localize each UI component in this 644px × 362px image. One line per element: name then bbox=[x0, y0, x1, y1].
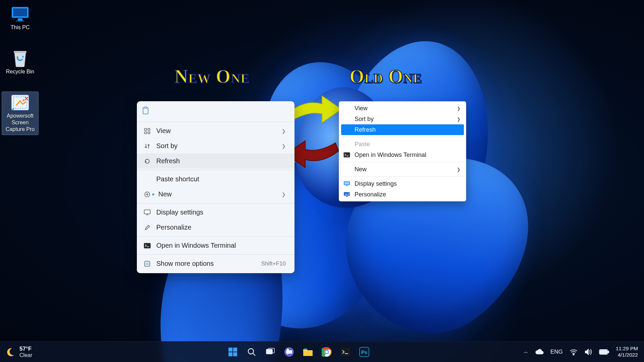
svg-rect-4 bbox=[14, 51, 26, 53]
menu-separator bbox=[342, 137, 463, 137]
old-menu-item-display-settings[interactable]: Display settings bbox=[341, 178, 464, 189]
svg-rect-27 bbox=[233, 352, 237, 356]
menu-item-shortcut: Shift+F10 bbox=[261, 260, 288, 267]
menu-item-label: Refresh bbox=[156, 157, 288, 165]
screenshot-app-icon bbox=[10, 95, 30, 111]
menu-separator bbox=[137, 236, 294, 237]
terminal-app-button[interactable] bbox=[340, 346, 351, 358]
menu-separator bbox=[137, 170, 294, 170]
menu-item-label: Personalize bbox=[156, 224, 288, 231]
old-menu-item-open-terminal[interactable]: Open in Windows Terminal bbox=[341, 149, 464, 160]
menu-item-new[interactable]: New ❯ bbox=[137, 187, 294, 202]
menu-item-refresh[interactable]: Refresh bbox=[137, 154, 294, 169]
svg-point-41 bbox=[573, 354, 574, 355]
desktop-icon-apowersoft[interactable]: Apowersoft Screen Capture Pro bbox=[2, 92, 38, 135]
menu-item-label: Display settings bbox=[156, 208, 288, 216]
search-button[interactable] bbox=[246, 346, 257, 358]
svg-point-13 bbox=[148, 131, 150, 133]
blank-icon bbox=[343, 105, 351, 112]
chevron-right-icon: ❯ bbox=[457, 167, 461, 172]
chevron-right-icon: ❯ bbox=[282, 143, 288, 149]
clipboard-icon[interactable] bbox=[142, 107, 149, 115]
wifi-icon[interactable] bbox=[570, 349, 578, 355]
clock-date: 4/1/2022 bbox=[616, 352, 638, 358]
context-menu-old: View ❯ Sort by ❯ Refresh Paste Open in W… bbox=[339, 101, 466, 201]
volume-icon[interactable] bbox=[584, 349, 592, 355]
svg-rect-18 bbox=[344, 153, 350, 158]
desktop-icon-label: Apowersoft Screen Capture Pro bbox=[3, 113, 38, 133]
svg-point-28 bbox=[248, 349, 254, 354]
menu-item-view[interactable]: View ❯ bbox=[137, 123, 294, 138]
old-menu-item-paste: Paste bbox=[341, 139, 464, 149]
weather-condition: Clear bbox=[19, 352, 32, 358]
battery-icon[interactable] bbox=[599, 349, 609, 355]
menu-separator bbox=[137, 203, 294, 203]
svg-rect-12 bbox=[145, 132, 147, 134]
clock-time: 11:29 PM bbox=[616, 346, 638, 352]
svg-rect-8 bbox=[143, 108, 148, 114]
terminal-icon bbox=[144, 242, 151, 249]
chevron-right-icon: ❯ bbox=[457, 117, 461, 122]
menu-separator bbox=[137, 254, 294, 255]
blank-icon bbox=[343, 115, 351, 123]
start-button[interactable] bbox=[227, 346, 238, 358]
old-menu-item-personalize[interactable]: Personalize bbox=[341, 189, 464, 200]
menu-item-show-more[interactable]: Show more options Shift+F10 bbox=[137, 256, 294, 271]
old-menu-item-new[interactable]: New ❯ bbox=[341, 164, 464, 175]
terminal-icon bbox=[343, 151, 351, 159]
blank-icon bbox=[343, 140, 351, 148]
menu-item-paste-shortcut[interactable]: Paste shortcut bbox=[137, 172, 294, 187]
menu-item-open-terminal[interactable]: Open in Windows Terminal bbox=[137, 238, 294, 253]
more-options-icon bbox=[144, 260, 151, 267]
old-menu-item-view[interactable]: View ❯ bbox=[341, 103, 464, 114]
menu-item-label: Display settings bbox=[355, 180, 461, 187]
brush-icon bbox=[144, 224, 151, 231]
desktop-icon-recycle-bin[interactable]: Recycle Bin bbox=[2, 48, 38, 77]
menu-item-sort-by[interactable]: Sort by ❯ bbox=[137, 138, 294, 154]
chevron-right-icon: ❯ bbox=[282, 128, 288, 134]
menu-item-label: Personalize bbox=[355, 191, 461, 198]
context-menu-new: View ❯ Sort by ❯ Refresh Paste shortcut … bbox=[137, 101, 294, 273]
refresh-icon bbox=[144, 158, 151, 165]
desktop-icon-this-pc[interactable]: This PC bbox=[2, 3, 38, 33]
task-view-button[interactable] bbox=[265, 346, 276, 358]
menu-item-label: Open in Windows Terminal bbox=[355, 152, 461, 159]
svg-point-32 bbox=[287, 349, 289, 351]
display-color-icon bbox=[343, 180, 351, 187]
old-menu-item-sort-by[interactable]: Sort by ❯ bbox=[341, 114, 464, 124]
svg-rect-2 bbox=[18, 18, 22, 20]
menu-item-label: Refresh bbox=[355, 126, 461, 133]
menu-item-label: New bbox=[355, 166, 453, 173]
menu-item-personalize[interactable]: Personalize bbox=[137, 220, 294, 235]
svg-rect-9 bbox=[144, 107, 147, 108]
tray-chevron-icon[interactable]: ︿ bbox=[524, 349, 528, 355]
menu-item-display-settings[interactable]: Display settings bbox=[137, 205, 294, 220]
monitor-icon bbox=[10, 6, 30, 22]
taskbar-weather[interactable]: 57°F Clear bbox=[0, 346, 101, 358]
svg-text:Ps: Ps bbox=[361, 349, 367, 355]
svg-rect-11 bbox=[148, 128, 150, 130]
desktop-wallpaper bbox=[0, 0, 644, 362]
photoshop-button[interactable]: Ps bbox=[359, 346, 370, 358]
chrome-button[interactable] bbox=[321, 346, 332, 358]
onedrive-icon[interactable] bbox=[535, 349, 544, 355]
taskbar-clock[interactable]: 11:29 PM 4/1/2022 bbox=[616, 346, 638, 358]
teams-chat-button[interactable] bbox=[283, 346, 295, 358]
file-explorer-button[interactable] bbox=[302, 346, 314, 358]
menu-item-label: Paste shortcut bbox=[156, 175, 288, 183]
svg-rect-23 bbox=[346, 196, 348, 197]
svg-point-7 bbox=[22, 99, 24, 101]
svg-rect-38 bbox=[341, 348, 350, 356]
blank-icon bbox=[144, 176, 151, 183]
desktop-icon-label: Recycle Bin bbox=[3, 68, 38, 75]
menu-item-label: Sort by bbox=[156, 142, 276, 150]
svg-rect-15 bbox=[144, 210, 150, 214]
svg-rect-10 bbox=[145, 128, 147, 130]
svg-rect-25 bbox=[233, 348, 237, 352]
svg-rect-33 bbox=[303, 351, 313, 356]
svg-rect-34 bbox=[304, 349, 307, 350]
menu-item-label: Paste bbox=[355, 141, 461, 148]
language-indicator[interactable]: ENG bbox=[550, 349, 563, 355]
desktop-icon-label: This PC bbox=[3, 24, 38, 31]
old-menu-item-refresh[interactable]: Refresh bbox=[341, 124, 464, 135]
